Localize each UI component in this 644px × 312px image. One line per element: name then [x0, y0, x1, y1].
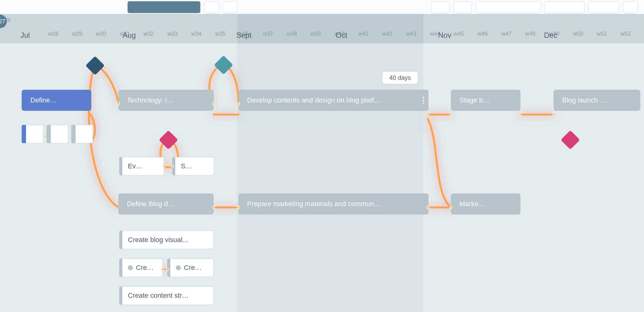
toolbar — [0, 0, 644, 14]
dep-node — [237, 102, 240, 105]
task-prepare[interactable]: Prepare marketing materials and commun… — [238, 193, 429, 214]
milestone-teal[interactable] — [214, 55, 233, 75]
milestone-navy[interactable] — [85, 56, 105, 75]
gantt-chart[interactable]: 40 days Define… Technology: i… Develop c… — [0, 43, 644, 312]
dep-node — [163, 165, 166, 168]
toolbar-button-a[interactable] — [204, 1, 219, 13]
task-label: Define Blog d… — [127, 200, 175, 208]
dep-node — [519, 113, 522, 116]
status-dot-icon — [128, 265, 133, 270]
week-label-current[interactable]: w27 — [0, 15, 7, 28]
toolbar-right-4[interactable] — [544, 1, 585, 13]
timeline-header: w26w27w28w29w30w31w32w33w34w35w36w37w38w… — [0, 14, 644, 43]
task-label: Ev… — [128, 162, 143, 170]
dep-node — [449, 206, 452, 209]
duration-badge: 40 days — [382, 72, 418, 84]
task-label: Technology: i… — [127, 96, 173, 104]
task-label: Prepare marketing materials and commun… — [247, 200, 381, 208]
milestone-pink-2[interactable] — [561, 130, 580, 150]
task-ev[interactable]: Ev… — [119, 157, 164, 176]
task-cre2[interactable]: Cre… — [167, 258, 214, 277]
subtask-a[interactable] — [22, 125, 43, 143]
dep-node — [166, 268, 169, 271]
task-cre1[interactable]: Cre… — [119, 258, 163, 277]
dep-node — [117, 102, 120, 105]
task-technology[interactable]: Technology: i… — [118, 90, 214, 111]
task-label: Create blog visual… — [128, 236, 189, 244]
task-label: Define… — [30, 96, 57, 104]
task-create-content[interactable]: Create content str… — [119, 286, 214, 305]
status-dot-icon — [176, 265, 181, 270]
month-label: Jul — [20, 31, 30, 40]
toolbar-right-2[interactable] — [453, 1, 472, 13]
task-label: Blog launch … — [562, 96, 607, 104]
toolbar-right-3[interactable] — [476, 1, 541, 13]
toolbar-button-b[interactable] — [223, 1, 237, 13]
task-label: S… — [181, 162, 192, 170]
dep-node — [212, 206, 215, 209]
task-s[interactable]: S… — [172, 157, 214, 176]
month-label: Oct — [336, 31, 347, 40]
task-label: Create content str… — [128, 292, 189, 300]
dep-node — [237, 206, 240, 209]
month-label: Aug — [123, 31, 136, 40]
more-menu-icon[interactable] — [423, 97, 424, 104]
month-label: Sept — [236, 31, 251, 40]
month-label: Nov — [438, 31, 451, 40]
dep-node — [104, 67, 107, 70]
task-develop[interactable]: Develop contents and design on blog plat… — [238, 90, 429, 111]
subtask-c[interactable] — [71, 125, 93, 143]
task-create-visual[interactable]: Create blog visual… — [119, 231, 214, 249]
dep-node — [552, 113, 555, 116]
month-label: Dec — [544, 31, 557, 40]
task-label: Cre… — [136, 264, 154, 272]
dep-node — [426, 206, 429, 209]
dep-node — [212, 102, 215, 105]
task-label: Marke… — [459, 200, 485, 208]
dep-node — [449, 113, 452, 116]
task-label: Develop contents and design on blog plat… — [247, 96, 381, 104]
subtask-b[interactable] — [46, 125, 68, 143]
task-launch[interactable]: Blog launch … — [554, 90, 640, 111]
toolbar-right-1[interactable] — [431, 1, 450, 13]
task-stage[interactable]: Stage b… — [451, 90, 520, 111]
task-market[interactable]: Marke… — [451, 193, 520, 214]
task-label: Stage b… — [459, 96, 490, 104]
task-define[interactable]: Define… — [22, 90, 91, 111]
month-row: JulAugSeptOctNovDec — [0, 31, 644, 41]
dep-node — [171, 165, 174, 168]
task-label: Cre… — [184, 264, 202, 272]
dep-node — [426, 113, 429, 116]
toolbar-right-6[interactable] — [623, 1, 638, 13]
dep-node — [43, 135, 46, 138]
task-define-blog[interactable]: Define Blog d… — [118, 193, 214, 214]
week-row: w26w27w28w29w30w31w32w33w34w35w36w37w38w… — [0, 17, 644, 26]
milestone-pink-1[interactable] — [159, 130, 178, 150]
dep-node — [161, 268, 164, 271]
view-switch-active[interactable] — [128, 1, 200, 13]
toolbar-right-5[interactable] — [588, 1, 619, 13]
